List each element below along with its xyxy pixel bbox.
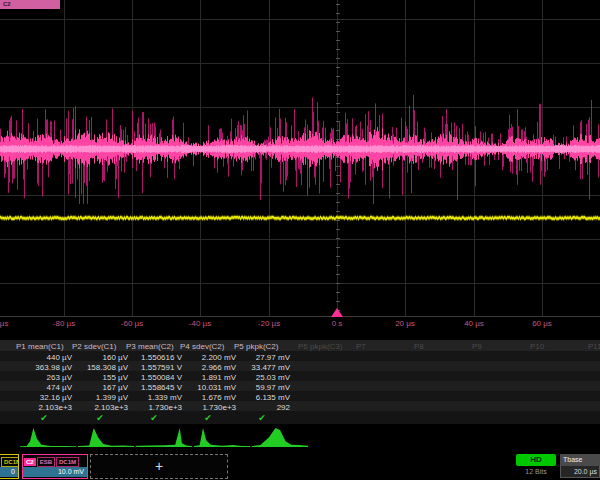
histicon[interactable] <box>20 426 76 448</box>
channel-descriptor-c1[interactable]: DC1M 0 mV <box>0 454 19 479</box>
measure-value: 6.135 mV <box>234 393 290 402</box>
plus-icon: + <box>155 458 163 474</box>
measure-header-unused: P10 <box>530 342 586 351</box>
measure-value: 27.97 mV <box>234 353 290 362</box>
measure-value: 1.676 mV <box>180 393 236 402</box>
hd-bits-label: 12 Bits <box>516 468 556 475</box>
status-check-icon: ✔ <box>126 413 182 423</box>
measure-value: 2.103e+3 <box>72 403 128 412</box>
measure-value: 158.308 µV <box>72 363 128 372</box>
timebase-descriptor[interactable]: Tbase 20.0 µs <box>560 454 600 479</box>
measure-value: 440 µV <box>16 353 72 362</box>
measure-value: 1.891 mV <box>180 373 236 382</box>
hd-mode-badge[interactable]: HD <box>516 454 556 466</box>
channel-descriptor-c2[interactable]: C2 ESB DC1M 10.0 mV <box>22 454 88 479</box>
tbase-value: 20.0 µs <box>560 466 600 478</box>
axis-tick-label: -40 µs <box>189 319 211 328</box>
status-check-icon: ✔ <box>234 413 290 423</box>
measure-value: 2.103e+3 <box>16 403 72 412</box>
measure-header-unused: P11 <box>588 342 600 351</box>
axis-tick-label: -20 µs <box>258 319 280 328</box>
histicon[interactable] <box>194 426 250 448</box>
measure-header[interactable]: P1 mean(C1) <box>16 342 72 351</box>
axis-tick-label: 0 s <box>332 319 343 328</box>
status-check-icon: ✔ <box>180 413 236 423</box>
axis-tick-label: -100 µs <box>0 319 8 328</box>
histicon[interactable] <box>78 426 134 448</box>
measure-value: 474 µV <box>16 383 72 392</box>
trace-label[interactable]: C2 <box>0 0 60 9</box>
measure-value: 167 µV <box>72 383 128 392</box>
c2-coupling-badge: DC1M <box>56 457 79 467</box>
measure-header-unused: P6 pkpk(C3) <box>298 342 354 351</box>
measure-value: 25.03 mV <box>234 373 290 382</box>
measure-value: 363.98 µV <box>16 363 72 372</box>
measurement-table: P1 mean(C1)440 µV363.98 µV263 µV474 µV32… <box>0 340 600 426</box>
status-check-icon: ✔ <box>72 413 128 423</box>
measure-header[interactable]: P4 sdev(C2) <box>180 342 236 351</box>
measure-header[interactable]: P3 mean(C2) <box>126 342 182 351</box>
histicon[interactable] <box>136 426 192 448</box>
histicon-row <box>0 426 600 450</box>
measure-value: 1.339 mV <box>126 393 182 402</box>
measure-value: 1.730e+3 <box>180 403 236 412</box>
waveform-grid[interactable] <box>0 0 600 318</box>
measure-value: 59.97 mV <box>234 383 290 392</box>
oscilloscope-screen: C2 -100 µs-80 µs-60 µs-40 µs-20 µs0 s20 … <box>0 0 600 480</box>
axis-tick-label: 40 µs <box>464 319 484 328</box>
measure-header-unused: P9 <box>472 342 528 351</box>
measure-value: 1.730e+3 <box>126 403 182 412</box>
measure-value: 10.031 mV <box>180 383 236 392</box>
axis-tick-label: -80 µs <box>53 319 75 328</box>
axis-tick-label: 60 µs <box>532 319 552 328</box>
measure-value: 155 µV <box>72 373 128 382</box>
measure-value: 1.550084 V <box>126 373 182 382</box>
measure-value: 32.16 µV <box>16 393 72 402</box>
measure-header-unused: P8 <box>414 342 470 351</box>
measure-value: 160 µV <box>72 353 128 362</box>
c1-vdiv: 0 mV <box>0 467 18 477</box>
measure-value: 1.558645 V <box>126 383 182 392</box>
c2-vdiv: 10.0 mV <box>23 467 87 477</box>
histicon[interactable] <box>252 426 308 448</box>
measure-value: 2.200 mV <box>180 353 236 362</box>
axis-tick-label: 20 µs <box>395 319 415 328</box>
measure-value: 1.399 µV <box>72 393 128 402</box>
tbase-label: Tbase <box>560 454 600 466</box>
timebase-axis: -100 µs-80 µs-60 µs-40 µs-20 µs0 s20 µs4… <box>0 319 600 331</box>
measure-value: 263 µV <box>16 373 72 382</box>
measure-value: 1.550616 V <box>126 353 182 362</box>
measure-value: 2.966 mV <box>180 363 236 372</box>
add-trace-button[interactable]: + <box>90 454 228 479</box>
measure-header[interactable]: P2 sdev(C1) <box>72 342 128 351</box>
measure-value: 1.557591 V <box>126 363 182 372</box>
measure-header-unused: P7 <box>356 342 412 351</box>
c1-coupling-badge: DC1M <box>1 457 19 467</box>
measure-value: 292 <box>234 403 290 412</box>
status-check-icon: ✔ <box>16 413 72 423</box>
axis-tick-label: -60 µs <box>121 319 143 328</box>
measure-value: 33.477 mV <box>234 363 290 372</box>
c2-label: C2 <box>24 458 36 466</box>
c2-eres-badge: ESB <box>37 457 55 467</box>
measure-header[interactable]: P5 pkpk(C2) <box>234 342 290 351</box>
